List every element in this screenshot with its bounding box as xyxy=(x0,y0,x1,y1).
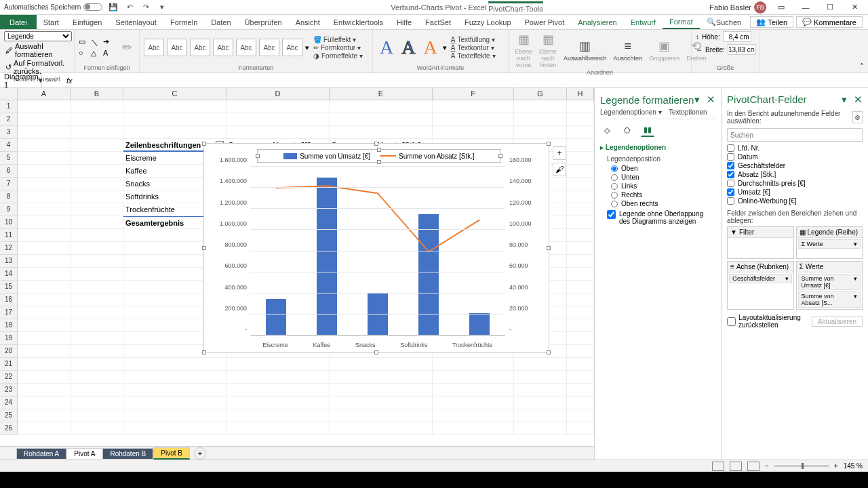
cell-A23[interactable] xyxy=(18,384,71,396)
cell-F23[interactable] xyxy=(433,384,514,396)
cell-A19[interactable] xyxy=(18,332,71,345)
row-header-22[interactable]: 22 xyxy=(0,371,18,384)
cell-B15[interactable] xyxy=(71,281,123,293)
cell-B3[interactable] xyxy=(71,126,123,139)
tab-formulas[interactable]: Formeln xyxy=(163,15,204,29)
tab-powerpivot[interactable]: Power Pivot xyxy=(518,15,572,29)
cell-D26[interactable] xyxy=(226,422,330,435)
cell-A26[interactable] xyxy=(18,422,71,435)
maximize-icon[interactable]: ☐ xyxy=(821,1,840,14)
zoom-in-icon[interactable]: + xyxy=(834,462,838,470)
wordart-style-3[interactable]: A xyxy=(420,37,439,58)
customize-qa-icon[interactable]: ▾ xyxy=(157,2,167,13)
cell-H19[interactable] xyxy=(567,332,594,345)
cell-B24[interactable] xyxy=(71,396,123,409)
cell-H4[interactable] xyxy=(567,139,594,152)
sheet-tab-rohdaten-b[interactable]: Rohdaten B xyxy=(102,448,153,459)
legend-pos-top[interactable]: Oben xyxy=(600,164,715,173)
shape-tri-icon[interactable]: △ xyxy=(91,49,102,58)
cell-B8[interactable] xyxy=(71,190,123,203)
field-3[interactable]: Absatz [Stk.] xyxy=(727,170,863,179)
fields-layout-icon[interactable]: ⚙ xyxy=(852,111,863,123)
cell-B23[interactable] xyxy=(71,384,123,396)
cell-E25[interactable] xyxy=(330,409,433,422)
chart-line[interactable] xyxy=(276,186,480,251)
cell-F2[interactable] xyxy=(433,113,514,126)
fields-search-input[interactable] xyxy=(727,128,863,142)
cell-G21[interactable] xyxy=(514,358,567,371)
cell-A15[interactable] xyxy=(18,281,71,293)
row-header-11[interactable]: 11 xyxy=(0,229,18,242)
text-effects-button[interactable]: A Texteffekte ▾ xyxy=(450,52,497,60)
cell-A9[interactable] xyxy=(18,203,71,216)
cell-H12[interactable] xyxy=(567,242,594,255)
shape-arrow-icon[interactable]: ➔ xyxy=(103,37,114,47)
cell-E2[interactable] xyxy=(330,113,433,126)
area-filter[interactable]: ▼ Filter xyxy=(727,226,793,259)
tab-search[interactable]: 🔍 Suchen xyxy=(700,15,748,29)
shape-line-icon[interactable]: ＼ xyxy=(91,37,102,47)
row-header-9[interactable]: 9 xyxy=(0,203,18,216)
cell-B10[interactable] xyxy=(71,216,123,229)
effects-icon[interactable]: ⬠ xyxy=(620,123,634,137)
share-button[interactable]: 👥 Teilen xyxy=(750,16,793,28)
shape-style-4[interactable]: Abc xyxy=(213,39,233,56)
cell-B7[interactable] xyxy=(71,178,123,190)
cell-G25[interactable] xyxy=(514,409,567,422)
cell-B11[interactable] xyxy=(71,229,123,242)
shape-oval-icon[interactable]: ○ xyxy=(79,49,90,58)
text-options-tab[interactable]: Textoptionen xyxy=(669,108,707,116)
tab-design[interactable]: Entwurf xyxy=(624,15,663,29)
cell-A3[interactable] xyxy=(18,126,71,139)
close-fields-pane-icon[interactable]: ✕ xyxy=(854,94,863,106)
cell-A1[interactable] xyxy=(18,100,71,113)
wordart-style-1[interactable]: A xyxy=(377,37,396,58)
cell-H26[interactable] xyxy=(567,422,594,435)
cell-C21[interactable] xyxy=(123,358,226,371)
field-0[interactable]: Lfd. Nr. xyxy=(727,144,863,152)
cell-H10[interactable] xyxy=(567,216,594,229)
legend-field-item[interactable]: Σ Werte▾ xyxy=(798,239,861,249)
cell-A22[interactable] xyxy=(18,371,71,384)
cell-C24[interactable] xyxy=(123,396,226,409)
cell-B9[interactable] xyxy=(71,203,123,216)
cell-A17[interactable] xyxy=(18,306,71,319)
cell-A8[interactable] xyxy=(18,190,71,203)
fill-line-icon[interactable]: ◇ xyxy=(600,123,614,137)
zoom-out-icon[interactable]: − xyxy=(765,462,769,470)
tab-review[interactable]: Überprüfen xyxy=(238,15,289,29)
width-input[interactable] xyxy=(728,44,756,55)
row-header-15[interactable]: 15 xyxy=(0,281,18,293)
cell-H15[interactable] xyxy=(567,281,594,293)
tab-pagelayout[interactable]: Seitenlayout xyxy=(108,15,163,29)
cell-A20[interactable] xyxy=(18,345,71,358)
zoom-slider[interactable] xyxy=(774,465,829,467)
zoom-level[interactable]: 145 % xyxy=(844,462,863,470)
row-header-5[interactable]: 5 xyxy=(0,152,18,165)
wordart-style-2[interactable]: A xyxy=(399,37,418,58)
collapse-ribbon-icon[interactable]: ˄ xyxy=(860,62,864,71)
field-5[interactable]: Umsatz [€] xyxy=(727,188,863,197)
row-header-2[interactable]: 2 xyxy=(0,113,18,126)
cell-H6[interactable] xyxy=(567,165,594,178)
cell-H7[interactable] xyxy=(567,178,594,190)
cell-E23[interactable] xyxy=(330,384,433,396)
cell-C23[interactable] xyxy=(123,384,226,396)
ribbon-mode-icon[interactable]: ▭ xyxy=(772,1,791,14)
values-field-2[interactable]: Summe von Absatz [S...▾ xyxy=(798,291,861,308)
cell-B20[interactable] xyxy=(71,345,123,358)
cell-G22[interactable] xyxy=(514,371,567,384)
col-header-C[interactable]: C xyxy=(123,88,226,100)
shape-style-6[interactable]: Abc xyxy=(259,39,279,56)
cell-H3[interactable] xyxy=(567,126,594,139)
cell-C3[interactable] xyxy=(123,126,226,139)
col-header-B[interactable]: B xyxy=(71,88,123,100)
cell-D2[interactable] xyxy=(226,113,330,126)
view-pagelayout-icon[interactable] xyxy=(730,462,742,471)
cell-E3[interactable] xyxy=(330,126,433,139)
row-header-23[interactable]: 23 xyxy=(0,384,18,396)
cell-C22[interactable] xyxy=(123,371,226,384)
cell-D24[interactable] xyxy=(226,396,330,409)
cell-H24[interactable] xyxy=(567,396,594,409)
cell-B12[interactable] xyxy=(71,242,123,255)
